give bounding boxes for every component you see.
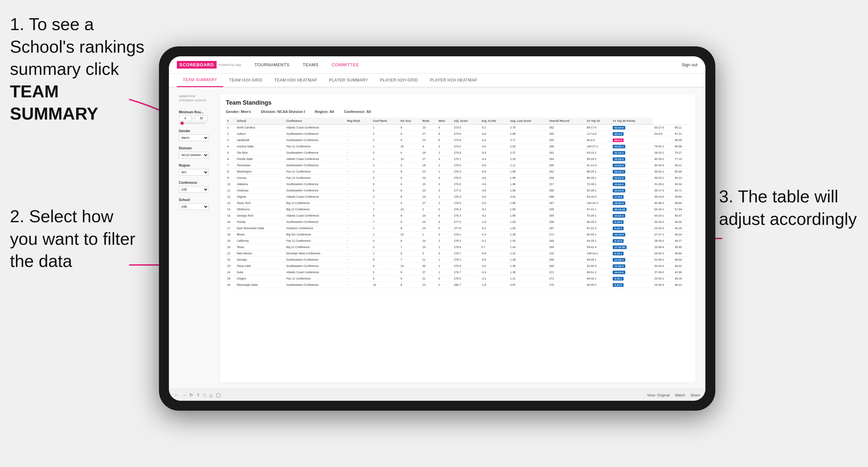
table-cell: 80.58 <box>673 137 689 144</box>
table-cell: 9-14-0 <box>611 238 653 244</box>
table-cell: 18 <box>421 150 437 156</box>
table-cell: 266 <box>548 257 585 263</box>
logo: SCOREBOARD <box>177 61 217 68</box>
sub-nav-player-h2h-heatmap[interactable]: PLAYER H2H HEATMAP <box>424 73 483 87</box>
table-cell: 21 <box>421 257 437 263</box>
table-cell: 8 <box>399 175 421 181</box>
division-select[interactable]: NCAA Division I NCAA Division II NCAA Di… <box>179 152 209 158</box>
refresh-icon[interactable]: ↻ <box>189 393 193 398</box>
table-cell: 26 <box>399 144 421 150</box>
table-cell: 1.86 <box>509 181 548 187</box>
table-cell: 4 <box>372 162 399 168</box>
table-cell: 279.2 <box>453 257 480 263</box>
table-cell: Florida State <box>236 156 285 162</box>
table-region: Region: All <box>315 110 334 114</box>
col-adj-score: Adj. Score <box>453 118 480 125</box>
table-cell: 5 <box>372 181 399 187</box>
table-cell: - <box>346 257 372 263</box>
table-cell: 2 <box>437 238 453 244</box>
table-cell: 42-18-0 <box>611 125 653 131</box>
table-cell: Texas Tech <box>236 200 285 206</box>
table-cell: 33-44-3 <box>653 263 674 269</box>
table-cell: 24 <box>421 194 437 200</box>
table-cell: 37-30-0 <box>653 269 674 276</box>
add-icon[interactable]: △ <box>209 393 213 398</box>
sub-nav-player-summary[interactable]: PLAYER SUMMARY <box>323 73 374 87</box>
update-time: Update time: 27/03/2024 16:56:26 <box>179 94 212 102</box>
table-cell: 12 <box>226 194 236 200</box>
conference-select[interactable]: (All) <box>179 186 209 193</box>
copy-icon[interactable]: □ <box>203 393 206 398</box>
col-conf-rank: Conf Rank <box>372 118 399 125</box>
table-cell: 4 <box>437 156 453 162</box>
table-cell: 11-29-1 <box>611 257 653 263</box>
table-cell: Texas A&M <box>236 263 285 269</box>
slider-handle[interactable] <box>181 122 184 125</box>
region-label: Region <box>179 164 212 167</box>
table-cell: 2 <box>372 137 399 144</box>
table-cell: 2.52 <box>509 144 548 150</box>
table-cell: 23 <box>421 282 437 288</box>
table-cell: -5.8 <box>480 257 509 263</box>
table-cell: -5.8 <box>480 250 509 257</box>
sub-nav-team-summary[interactable]: TEAM SUMMARY <box>177 73 223 87</box>
table-cell: 260 <box>548 131 585 137</box>
table-cell: East Tennessee State <box>236 225 285 231</box>
region-select[interactable]: N/A All <box>179 169 209 176</box>
table-cell: 1.98 <box>509 175 548 181</box>
table-cell: 49.27 <box>673 238 689 244</box>
table-cell: 1 <box>437 257 453 263</box>
nav-teams[interactable]: TEAMS <box>303 62 318 67</box>
table-cell: 258 <box>548 219 585 225</box>
gender-select[interactable]: Men's Women's <box>179 134 209 141</box>
table-cell: 23 <box>421 175 437 181</box>
col-rnds: Rnds <box>421 118 437 125</box>
table-body: 1North CarolinaAtlantic Coast Conference… <box>226 125 689 288</box>
clock-icon[interactable]: ◯ <box>216 393 221 398</box>
table-cell: -4.0 <box>480 144 509 150</box>
table-cell: 60.71 <box>673 187 689 194</box>
share-icon-left[interactable]: ⇧ <box>196 393 200 398</box>
table-cell: 280.7 <box>453 282 480 288</box>
table-cell: 1 <box>372 250 399 257</box>
sub-nav-team-h2h-grid[interactable]: TEAM H2H GRID <box>223 73 269 87</box>
range-from-input[interactable] <box>179 115 191 121</box>
view-original-button[interactable]: View: Original <box>647 393 670 397</box>
table-cell: Auburn <box>236 131 285 137</box>
table-title: Team Standings <box>226 99 689 106</box>
table-cell: 3 <box>372 244 399 250</box>
table-cell: 26 <box>226 282 236 288</box>
sign-out-button[interactable]: Sign out <box>682 62 698 67</box>
table-cell: 7 <box>399 244 421 250</box>
school-select[interactable]: (All) <box>179 204 209 210</box>
nav-committee[interactable]: COMMITTEE <box>332 62 359 67</box>
table-cell: 24 <box>421 238 437 244</box>
table-cell: 2 <box>372 206 399 213</box>
table-cell: 20-39-1 <box>653 257 674 263</box>
share-button[interactable]: Share <box>690 393 700 397</box>
table-cell: - <box>346 137 372 144</box>
sub-nav-player-h2h-grid[interactable]: PLAYER H2H GRID <box>374 73 424 87</box>
table-cell: 109-24-2 <box>586 250 612 257</box>
table-cell: 23 <box>421 187 437 194</box>
watch-button[interactable]: Watch <box>675 393 685 397</box>
range-to-input[interactable] <box>195 115 208 121</box>
forward-icon[interactable]: → <box>182 393 186 398</box>
table-cell: 23-23-1 <box>611 213 653 219</box>
table-cell: -4.6 <box>480 175 509 181</box>
table-row: 23Texas A&MSoutheastern Conference-91030… <box>226 263 689 269</box>
table-cell: 9 <box>399 131 421 137</box>
table-row: 4Arizona StatePac-12 Conference-12640274… <box>226 144 689 150</box>
nav-tournaments[interactable]: TOURNAMENTS <box>254 62 289 67</box>
table-cell: 3 <box>437 187 453 194</box>
sub-nav-team-h2h-heatmap[interactable]: TEAM H2H HEATMAP <box>268 73 323 87</box>
table-row: 18IllinoisBig Ten Conference-12310279.1-… <box>226 231 689 238</box>
table-cell: 9 <box>399 269 421 276</box>
table-cell: 4-21-0 <box>611 282 653 288</box>
col-vs-top25: Vs Top 25 <box>586 118 612 125</box>
table-cell: 29-15-1 <box>653 150 674 156</box>
back-icon[interactable]: ← <box>174 393 179 398</box>
table-cell: Atlantic Coast Conference <box>285 269 346 276</box>
instruction-1-bold: TEAM SUMMARY <box>10 82 98 124</box>
table-cell: 104-42-3 <box>586 200 612 206</box>
